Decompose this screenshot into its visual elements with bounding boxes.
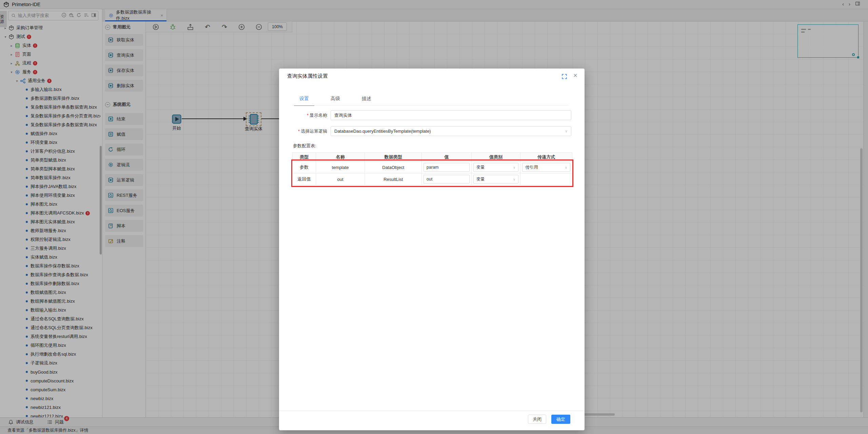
table-header: 值 [422,153,472,161]
display-name-input[interactable]: 查询实体 [331,110,571,120]
table-header: 传递方式 [520,153,572,161]
value-input[interactable]: out [423,175,470,184]
close-icon[interactable]: × [573,72,577,79]
chevron-down-icon: ∨ [565,129,568,133]
dialog-tab-设置[interactable]: 设置 [299,96,309,106]
value-kind-select[interactable]: 变量∨ [473,175,519,184]
param-table-label: 参数配置表: [293,143,316,149]
close-button[interactable]: 关闭 [528,415,546,424]
chevron-down-icon: ∨ [565,166,567,169]
logic-select[interactable]: DatabaseDao.queryEntitiesByTemplate(temp… [331,126,571,136]
value-input[interactable]: param [423,163,470,172]
dialog-tabs: 设置高级描述 [299,96,371,106]
table-header: 名称 [316,153,365,161]
table-header-row: 类型名称数据类型值值类别传递方式 [293,153,572,162]
dialog-tab-高级[interactable]: 高级 [331,96,340,106]
pass-mode-select[interactable]: 传引用∨ [522,163,570,172]
value-kind-select[interactable]: 变量∨ [473,163,519,172]
property-dialog: 查询实体属性设置 × 设置高级描述 *显示名称 查询实体 *选择运算逻辑 Dat… [279,69,585,430]
chevron-down-icon: ∨ [513,166,515,169]
app-window: Primeton-IDE ‹ › 资源 输入关键字搜索 AI ▸ 采购订单管理 … [0,0,868,434]
dialog-tab-描述[interactable]: 描述 [362,96,371,106]
table-header: 数据类型 [365,153,422,161]
table-header: 值类别 [472,153,521,161]
fullscreen-icon[interactable] [561,74,567,79]
field-display-name: *显示名称 查询实体 [279,110,584,120]
chevron-down-icon: ∨ [513,177,515,181]
dialog-title: 查询实体属性设置 [287,73,328,79]
table-header: 类型 [293,153,316,161]
param-table: 类型名称数据类型值值类别传递方式 参数 template DataObject … [292,152,572,185]
ok-button[interactable]: 确定 [551,415,570,424]
table-row: 参数 template DataObject param 变量∨ 传引用∨ [293,162,572,173]
field-logic-select: *选择运算逻辑 DatabaseDao.queryEntitiesByTempl… [279,126,584,136]
table-row: 返回值 out ResultList out 变量∨ [293,173,572,185]
